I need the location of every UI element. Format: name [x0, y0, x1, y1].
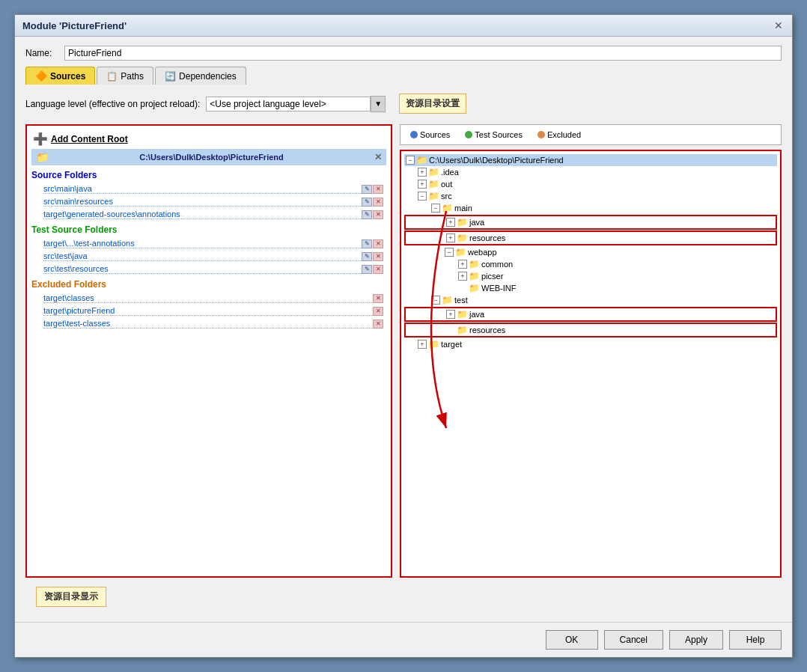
tree-row[interactable]: + 📁 target	[404, 338, 777, 350]
folder-icon: 📁	[469, 271, 480, 281]
test-sources-dot-icon	[465, 131, 472, 138]
annotation-bottom-left: 资源目录显示	[36, 587, 106, 607]
right-panel: Sources Test Sources Excluded −	[400, 124, 782, 578]
tree-expand-src[interactable]: −	[418, 192, 427, 201]
tab-dependencies[interactable]: 🔄 Dependencies	[155, 67, 246, 85]
ok-button[interactable]: OK	[546, 630, 598, 650]
close-button[interactable]: ✕	[773, 19, 785, 31]
source-folder-0-icons: ✎ ✕	[362, 185, 383, 194]
test-folder-0-remove-icon[interactable]: ✕	[373, 239, 383, 248]
sources-icon: 🔶	[35, 70, 47, 82]
tree-expand-root[interactable]: −	[406, 156, 415, 165]
tree-expand-resources-src[interactable]: +	[446, 233, 455, 242]
name-input[interactable]	[64, 46, 782, 61]
folder-icon: 📁	[416, 155, 427, 165]
apply-button[interactable]: Apply	[669, 630, 723, 650]
excluded-folder-0-remove-icon[interactable]: ✕	[373, 294, 383, 303]
test-folder-2-remove-icon[interactable]: ✕	[373, 265, 383, 274]
test-folder-1-remove-icon[interactable]: ✕	[373, 252, 383, 261]
source-folder-2-remove-icon[interactable]: ✕	[373, 210, 383, 219]
test-source-folders-title: Test Source Folders	[31, 222, 386, 236]
source-type-sources-label: Sources	[420, 130, 450, 139]
tree-row[interactable]: 📁 WEB-INF	[404, 282, 777, 294]
annotation-right: 资源目录设置	[399, 94, 466, 114]
tree-label-java-src: java	[469, 218, 484, 227]
tab-sources[interactable]: 🔶 Sources	[25, 67, 95, 85]
module-dialog: Module 'PictureFriend' ✕ Name: 🔶 Sources…	[14, 14, 793, 658]
source-folder-0: src\main\java	[43, 184, 362, 194]
tree-row[interactable]: + 📁 java	[404, 215, 777, 230]
tree-label-out: out	[441, 180, 452, 189]
list-item: target\generated-sources\annotations ✎ ✕	[31, 209, 386, 220]
list-item: src\main\java ✎ ✕	[31, 183, 386, 195]
root-folder-icon: 📁	[36, 151, 49, 163]
folder-icon: 📁	[428, 339, 439, 349]
list-item: target\test-classes ✕	[31, 318, 386, 329]
root-path-close-icon[interactable]: ✕	[374, 152, 382, 162]
test-folder-2-edit-icon[interactable]: ✎	[362, 265, 372, 274]
tree-label-src: src	[441, 192, 452, 201]
source-folder-0-edit-icon[interactable]: ✎	[362, 185, 372, 194]
add-icon: ➕	[33, 132, 48, 146]
source-type-excluded-label: Excluded	[547, 130, 581, 139]
source-type-test-btn[interactable]: Test Sources	[458, 128, 529, 141]
name-label: Name:	[25, 48, 58, 58]
tab-paths[interactable]: 📋 Paths	[97, 67, 153, 85]
tree-expand-webapp[interactable]: −	[445, 248, 454, 257]
tree-label-webapp: webapp	[468, 248, 497, 257]
tree-row[interactable]: + 📁 java	[404, 307, 777, 322]
tree-label-common: common	[481, 260, 513, 269]
tree-row[interactable]: + 📁 out	[404, 178, 777, 190]
tree-expand-target[interactable]: +	[418, 340, 427, 349]
tree-expand-common[interactable]: +	[458, 260, 467, 269]
tree-row[interactable]: 📁 resources	[404, 323, 777, 337]
tree-row[interactable]: + 📁 .idea	[404, 166, 777, 178]
tree-expand-test[interactable]: −	[431, 296, 440, 305]
tree-expand-out[interactable]: +	[418, 180, 427, 189]
excluded-folder-1-remove-icon[interactable]: ✕	[373, 307, 383, 316]
tree-expand-java-test[interactable]: +	[446, 310, 455, 319]
test-folder-2: src\test\resources	[43, 264, 362, 274]
tab-sources-label: Sources	[50, 71, 85, 82]
root-path-text: C:\Users\Dulk\Desktop\PictureFriend	[139, 153, 284, 162]
tree-row[interactable]: + 📁 resources	[404, 230, 777, 245]
cancel-button[interactable]: Cancel	[604, 630, 663, 650]
excluded-folder-2-remove-icon[interactable]: ✕	[373, 320, 383, 329]
folder-icon: 📁	[428, 167, 439, 177]
source-folder-2-edit-icon[interactable]: ✎	[362, 210, 372, 219]
excluded-folder-2-icons: ✕	[373, 320, 383, 329]
language-level-label: Language level (effective on project rel…	[25, 99, 200, 109]
add-content-root-btn[interactable]: ➕ Add Content Root	[31, 130, 386, 147]
add-content-root-label: Add Content Root	[51, 134, 128, 144]
help-button[interactable]: Help	[729, 630, 782, 650]
source-type-sources-btn[interactable]: Sources	[404, 128, 457, 141]
tree-row[interactable]: + 📁 picser	[404, 270, 777, 282]
tree-row[interactable]: − 📁 webapp	[404, 246, 777, 258]
source-folder-0-remove-icon[interactable]: ✕	[373, 185, 383, 194]
tree-label-resources-src: resources	[469, 233, 505, 242]
list-item: target\...\test-annotations ✎ ✕	[31, 238, 386, 249]
tree-panel[interactable]: − 📁 C:\Users\Dulk\Desktop\PictureFriend …	[400, 150, 782, 578]
tree-row[interactable]: − 📁 main	[404, 202, 777, 214]
source-folder-1-remove-icon[interactable]: ✕	[373, 198, 383, 207]
tree-row[interactable]: − 📁 src	[404, 190, 777, 202]
tree-expand-main[interactable]: −	[431, 204, 440, 213]
language-select[interactable]	[206, 97, 371, 112]
main-content: ➕ Add Content Root 📁 C:\Users\Dulk\Deskt…	[25, 124, 782, 578]
tree-row[interactable]: + 📁 common	[404, 258, 777, 270]
folder-icon: 📁	[442, 295, 453, 305]
tree-expand-idea[interactable]: +	[418, 168, 427, 177]
dependencies-icon: 🔄	[165, 71, 176, 82]
tree-row[interactable]: − 📁 C:\Users\Dulk\Desktop\PictureFriend	[404, 154, 777, 166]
excluded-folders-title: Excluded Folders	[31, 276, 386, 291]
test-folder-1: src\test\java	[43, 251, 362, 261]
tree-expand-picser[interactable]: +	[458, 272, 467, 281]
test-folder-1-edit-icon[interactable]: ✎	[362, 252, 372, 261]
test-folder-0-edit-icon[interactable]: ✎	[362, 239, 372, 248]
source-type-excluded-btn[interactable]: Excluded	[531, 128, 588, 141]
tree-row[interactable]: − 📁 test	[404, 294, 777, 306]
dropdown-arrow[interactable]: ▼	[371, 96, 386, 112]
tree-expand-java-src[interactable]: +	[446, 218, 455, 227]
excluded-folder-2: target\test-classes	[43, 319, 373, 329]
source-folder-1-edit-icon[interactable]: ✎	[362, 198, 372, 207]
